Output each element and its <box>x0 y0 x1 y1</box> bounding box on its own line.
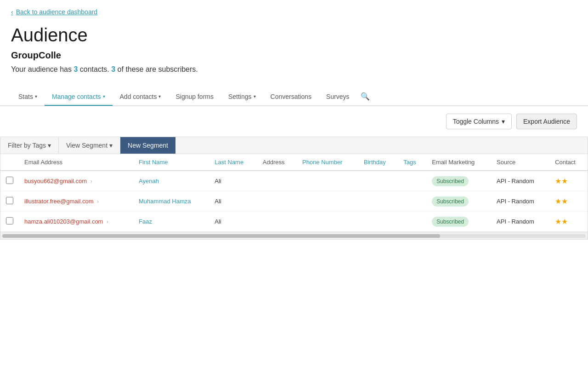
col-address: Address <box>257 154 297 171</box>
horizontal-scrollbar[interactable] <box>0 232 588 239</box>
row-last-name: Ali <box>209 212 257 232</box>
new-segment-button[interactable]: New Segment <box>120 137 175 154</box>
table-row: busyou662@gmail.com › Ayenah Ali Subscri… <box>0 171 588 191</box>
col-contact: Contact <box>549 154 588 171</box>
row-checkbox-cell <box>0 191 19 212</box>
row-email: illustrator.free@gmail.com › <box>19 191 133 212</box>
row-source: API - Random <box>491 191 549 212</box>
chevron-down-icon: ▾ <box>254 94 256 99</box>
col-last-name[interactable]: Last Name <box>209 154 257 171</box>
chevron-down-icon: ▾ <box>158 94 161 99</box>
row-first-name: Faaz <box>133 212 209 232</box>
email-link[interactable]: hamza.ali010203@gmail.com <box>24 218 103 225</box>
stats-prefix: Your audience has <box>11 65 74 73</box>
row-last-name: Ali <box>209 191 257 212</box>
chevron-down-icon: ▾ <box>502 118 505 125</box>
contacts-section: Filter by Tags ▾ View Segment ▾ New Segm… <box>0 137 588 240</box>
export-audience-button[interactable]: Export Audience <box>516 114 577 129</box>
row-email: busyou662@gmail.com › <box>19 171 133 191</box>
status-badge: Subscribed <box>432 196 469 207</box>
expand-icon[interactable]: › <box>107 218 108 225</box>
expand-icon[interactable]: › <box>90 178 92 184</box>
row-rating: ★★ <box>549 171 588 191</box>
nav-item-add-contacts[interactable]: Add contacts ▾ <box>113 88 169 106</box>
stats-end: of these are subscribers. <box>115 65 198 73</box>
audience-name: GroupColle <box>11 50 577 61</box>
row-birthday <box>358 212 398 232</box>
row-email-marketing: Subscribed <box>426 171 491 191</box>
view-segment-button[interactable]: View Segment ▾ <box>59 137 120 154</box>
row-checkbox-cell <box>0 212 19 232</box>
toolbar: Toggle Columns ▾ Export Audience <box>0 106 588 137</box>
row-birthday <box>358 171 398 191</box>
row-address <box>257 212 297 232</box>
table-row: hamza.ali010203@gmail.com › Faaz Ali Sub… <box>0 212 588 232</box>
status-badge: Subscribed <box>432 176 469 186</box>
row-address <box>257 171 297 191</box>
nav-item-stats[interactable]: Stats ▾ <box>11 88 45 106</box>
scrollbar-track <box>2 234 586 238</box>
row-tags <box>398 191 426 212</box>
chevron-down-icon: ▾ <box>109 142 113 149</box>
row-rating: ★★ <box>549 212 588 232</box>
nav-item-manage-contacts[interactable]: Manage contacts ▾ <box>45 88 113 106</box>
row-rating: ★★ <box>549 191 588 212</box>
stats-count1: 3 <box>74 65 78 73</box>
nav-item-signup-forms[interactable]: Signup forms <box>168 88 220 106</box>
row-checkbox-cell <box>0 171 19 191</box>
row-email-marketing: Subscribed <box>426 212 491 232</box>
back-link-label: Back to audience dashboard <box>16 8 97 16</box>
row-checkbox[interactable] <box>6 217 13 224</box>
col-birthday[interactable]: Birthday <box>358 154 398 171</box>
filter-bar: Filter by Tags ▾ View Segment ▾ New Segm… <box>0 137 588 154</box>
row-birthday <box>358 191 398 212</box>
search-icon[interactable]: 🔍 <box>357 87 373 105</box>
row-first-name: Ayenah <box>133 171 209 191</box>
stats-mid: contacts. <box>78 65 111 73</box>
email-link[interactable]: busyou662@gmail.com <box>24 178 87 184</box>
row-tags <box>398 212 426 232</box>
col-email: Email Address <box>19 154 133 171</box>
col-tags[interactable]: Tags <box>398 154 426 171</box>
back-arrow-icon: ‹ <box>11 8 13 16</box>
row-address <box>257 191 297 212</box>
expand-icon[interactable]: › <box>97 198 99 205</box>
row-checkbox[interactable] <box>6 177 13 184</box>
chevron-down-icon: ▾ <box>48 142 51 149</box>
col-email-marketing: Email Marketing <box>426 154 491 171</box>
star-rating: ★★ <box>555 177 568 185</box>
row-tags <box>398 171 426 191</box>
col-phone[interactable]: Phone Number <box>297 154 358 171</box>
page-title: Audience <box>11 25 577 46</box>
row-email: hamza.ali010203@gmail.com › <box>19 212 133 232</box>
table-header-row: Email Address First Name Last Name Addre… <box>0 154 588 171</box>
chevron-down-icon: ▾ <box>103 94 105 99</box>
row-phone <box>297 191 358 212</box>
row-source: API - Random <box>491 171 549 191</box>
row-last-name: Ali <box>209 171 257 191</box>
scrollbar-thumb <box>2 234 440 238</box>
audience-stats: Your audience has 3 contacts. 3 of these… <box>11 65 577 74</box>
status-badge: Subscribed <box>432 217 469 227</box>
contacts-table-container: Email Address First Name Last Name Addre… <box>0 154 588 240</box>
chevron-down-icon: ▾ <box>35 94 37 99</box>
row-phone <box>297 212 358 232</box>
nav-item-settings[interactable]: Settings ▾ <box>221 88 263 106</box>
page-header: Audience GroupColle Your audience has 3 … <box>0 20 588 74</box>
table-row: illustrator.free@gmail.com › Muhammad Ha… <box>0 191 588 212</box>
star-rating: ★★ <box>555 218 568 225</box>
filter-by-tags-button[interactable]: Filter by Tags ▾ <box>0 137 59 154</box>
contacts-table: Email Address First Name Last Name Addre… <box>0 154 588 232</box>
nav-item-surveys[interactable]: Surveys <box>319 88 357 106</box>
row-checkbox[interactable] <box>6 197 13 204</box>
back-to-dashboard-link[interactable]: ‹ Back to audience dashboard <box>0 0 588 20</box>
select-all-header <box>0 154 19 171</box>
row-phone <box>297 171 358 191</box>
email-link[interactable]: illustrator.free@gmail.com <box>24 198 93 205</box>
col-first-name[interactable]: First Name <box>133 154 209 171</box>
row-email-marketing: Subscribed <box>426 191 491 212</box>
nav-bar: Stats ▾ Manage contacts ▾ Add contacts ▾… <box>0 87 588 106</box>
col-source: Source <box>491 154 549 171</box>
toggle-columns-button[interactable]: Toggle Columns ▾ <box>446 114 512 129</box>
nav-item-conversations[interactable]: Conversations <box>263 88 319 106</box>
